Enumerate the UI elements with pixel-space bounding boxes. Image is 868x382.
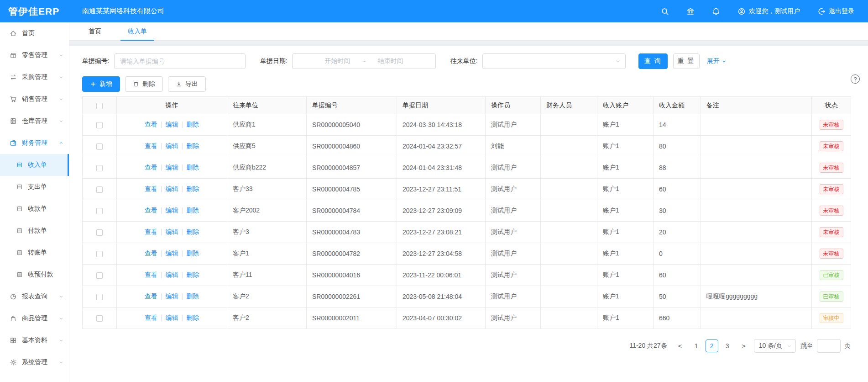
row-checkbox[interactable] [96,165,103,171]
row-action-view[interactable]: 查看 [145,228,157,235]
sidebar-item-finance[interactable]: 财务管理 [0,132,69,154]
col-amount: 收入金额 [654,97,701,114]
delete-button[interactable]: 删除 [125,76,163,92]
row-checkbox[interactable] [96,229,103,236]
row-action-edit[interactable]: 编辑 [166,207,178,214]
reset-button[interactable]: 重 置 [673,53,700,69]
row-action-edit[interactable]: 编辑 [166,142,178,149]
page-button-3[interactable]: 3 [721,340,734,352]
bank-icon[interactable] [686,7,695,16]
search-button[interactable]: 查 询 [638,53,668,69]
row-action-view[interactable]: 查看 [145,185,157,192]
sidebar-item-system[interactable]: 系统管理 [0,351,69,373]
tab-bar: 首页 收入单 [69,22,868,41]
row-action-edit[interactable]: 编辑 [166,249,178,257]
toolbar: 新增 删除 导出 [82,76,855,92]
select-all-checkbox[interactable] [96,103,103,109]
row-action-view[interactable]: 查看 [145,207,157,214]
row-action-view[interactable]: 查看 [145,249,157,257]
row-checkbox[interactable] [96,143,103,150]
row-action-delete[interactable]: 删除 [186,249,199,257]
prev-page-button[interactable]: < [675,342,685,350]
row-action-edit[interactable]: 编辑 [166,185,178,192]
sidebar-item-doc-11[interactable]: 收预付款 [0,264,69,286]
sidebar-item-sales[interactable]: 销售管理 [0,88,69,110]
row-checkbox[interactable] [96,122,103,128]
sidebar-item-home[interactable]: 首页 [0,22,69,44]
export-button[interactable]: 导出 [168,76,206,92]
row-action-delete[interactable]: 删除 [186,207,199,214]
row-action-view[interactable]: 查看 [145,142,157,149]
search-icon[interactable] [661,7,669,16]
row-checkbox[interactable] [96,208,103,214]
partner-cell: 供应商5 [227,136,307,157]
finance-cell [541,308,597,329]
amount-cell: 60 [654,179,701,200]
row-action-delete[interactable]: 删除 [186,314,199,321]
sidebar-item-warehouse[interactable]: 仓库管理 [0,110,69,132]
row-action-edit[interactable]: 编辑 [166,121,178,128]
page-button-2[interactable]: 2 [706,340,718,352]
page-unit-label: 页 [844,342,851,350]
row-action-view[interactable]: 查看 [145,121,157,128]
expand-link[interactable]: 展开 [707,57,727,65]
operator-cell: 测试用户 [486,114,541,136]
row-action-edit[interactable]: 编辑 [166,228,178,235]
row-checkbox[interactable] [96,315,103,322]
row-action-view[interactable]: 查看 [145,292,157,300]
jump-page-input[interactable] [817,339,841,353]
help-icon[interactable]: ? [851,74,860,84]
row-action-edit[interactable]: 编辑 [166,164,178,171]
page-button-1[interactable]: 1 [690,340,703,352]
page-size-value: 10 条/页 [759,342,782,350]
date-range-picker[interactable]: 开始时间 ~ 结束时间 [292,53,436,69]
remark-cell [701,136,812,157]
logout-button[interactable]: 退出登录 [817,7,854,16]
sidebar-item-purchase[interactable]: 采购管理 [0,66,69,88]
status-badge: 审核中 [820,313,843,323]
row-action-delete[interactable]: 删除 [186,164,199,171]
doc-icon [16,249,23,256]
page-size-select[interactable]: 10 条/页 [754,339,796,353]
row-action-view[interactable]: 查看 [145,164,157,171]
sidebar-item-goods[interactable]: 商品管理 [0,308,69,329]
row-checkbox[interactable] [96,294,103,300]
expand-label: 展开 [707,57,720,65]
row-action-delete[interactable]: 删除 [186,228,199,235]
sidebar-item-basic[interactable]: 基本资料 [0,329,69,351]
row-action-edit[interactable]: 编辑 [166,292,178,300]
sidebar-item-label: 商品管理 [22,314,47,323]
bell-icon[interactable] [712,7,720,16]
doc-no-input[interactable] [114,53,246,69]
sidebar-item-doc-6[interactable]: 收入单 [0,154,69,176]
tab-home[interactable]: 首页 [89,22,101,40]
next-page-button[interactable]: > [738,342,749,350]
sidebar-item-report[interactable]: 报表查询 [0,286,69,308]
sidebar-item-doc-7[interactable]: 支出单 [0,176,69,198]
row-checkbox[interactable] [96,186,103,193]
sidebar-item-doc-8[interactable]: 收款单 [0,198,69,220]
row-action-delete[interactable]: 删除 [186,185,199,192]
welcome-user[interactable]: 欢迎您，测试用户 [737,7,800,16]
partner-cell: 客户33 [227,179,307,200]
status-badge: 未审核 [820,184,843,194]
row-checkbox[interactable] [96,272,103,279]
partner-select[interactable] [482,53,626,69]
row-action-delete[interactable]: 删除 [186,121,199,128]
home-icon [10,30,17,37]
row-action-edit[interactable]: 编辑 [166,271,178,278]
row-action-edit[interactable]: 编辑 [166,314,178,321]
add-button[interactable]: 新增 [82,76,120,92]
row-action-delete[interactable]: 删除 [186,142,199,149]
row-action-view[interactable]: 查看 [145,271,157,278]
sidebar-item-retail[interactable]: 零售管理 [0,44,69,66]
row-checkbox[interactable] [96,251,103,257]
row-action-delete[interactable]: 删除 [186,292,199,300]
delete-label: 删除 [142,80,155,88]
row-action-delete[interactable]: 删除 [186,271,199,278]
sidebar-item-doc-10[interactable]: 转账单 [0,242,69,264]
doc-no-cell: SR00000004783 [307,222,397,243]
tab-income-doc[interactable]: 收入单 [128,22,147,40]
row-action-view[interactable]: 查看 [145,314,157,321]
sidebar-item-doc-9[interactable]: 付款单 [0,220,69,242]
